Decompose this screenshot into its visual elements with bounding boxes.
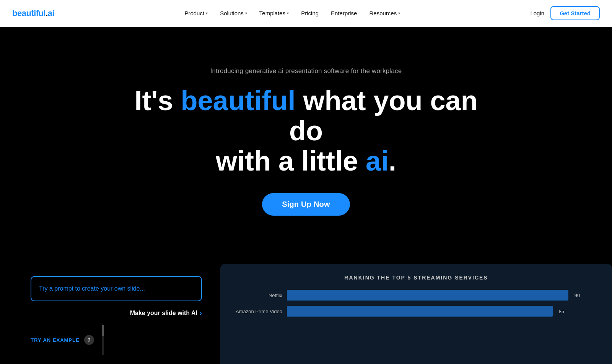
chart-row-amazon: Amazon Prime Video 85 bbox=[233, 306, 600, 317]
nav-label-product: Product bbox=[184, 10, 204, 16]
logo-text-before: beautiful bbox=[12, 8, 46, 18]
scrollbar-thumb bbox=[102, 325, 104, 336]
left-panel: Make your slide with AI › TRY AN EXAMPLE… bbox=[0, 264, 214, 364]
hero-title-period: . bbox=[389, 146, 396, 176]
hero-section: Introducing generative ai presentation s… bbox=[0, 27, 612, 264]
navbar: beautiful.ai Product ▾ Solutions ▾ Templ… bbox=[0, 0, 612, 27]
nav-label-templates: Templates bbox=[259, 10, 285, 16]
chart-bar-netflix: 90 bbox=[287, 290, 568, 301]
make-slide-row[interactable]: Make your slide with AI › bbox=[31, 309, 202, 317]
arrow-right-icon: › bbox=[200, 309, 202, 317]
hero-title-part1: It's bbox=[134, 85, 181, 116]
make-slide-label: Make your slide with AI bbox=[130, 310, 197, 317]
nav-label-pricing: Pricing bbox=[301, 10, 319, 16]
hero-title-part3: with a little bbox=[216, 146, 366, 176]
chevron-down-icon: ▾ bbox=[206, 11, 208, 15]
nav-label-solutions: Solutions bbox=[220, 10, 244, 16]
prompt-input[interactable] bbox=[31, 276, 202, 301]
bottom-section: Make your slide with AI › TRY AN EXAMPLE… bbox=[0, 264, 612, 364]
chevron-down-icon: ▾ bbox=[287, 11, 289, 15]
hero-title-blue1: beautiful bbox=[181, 85, 296, 116]
chevron-down-icon: ▾ bbox=[245, 11, 247, 15]
nav-item-enterprise[interactable]: Enterprise bbox=[326, 7, 362, 20]
chart-title: RANKING THE TOP 5 STREAMING SERVICES bbox=[233, 275, 600, 281]
chart-label-amazon: Amazon Prime Video bbox=[233, 309, 282, 314]
chart-value-netflix: 90 bbox=[569, 292, 580, 298]
logo-text-after: ai bbox=[48, 8, 54, 18]
get-started-button[interactable]: Get Started bbox=[550, 6, 600, 20]
chart-bar-amazon: 85 bbox=[287, 306, 553, 317]
login-link[interactable]: Login bbox=[530, 10, 544, 16]
chart-value-amazon: 85 bbox=[553, 309, 564, 314]
chart-bar-container-netflix: 90 bbox=[287, 290, 600, 301]
nav-item-solutions[interactable]: Solutions ▾ bbox=[215, 7, 252, 20]
chevron-down-icon: ▾ bbox=[398, 11, 400, 15]
scrollbar-track[interactable] bbox=[102, 325, 104, 355]
nav-label-enterprise: Enterprise bbox=[331, 10, 357, 16]
help-icon[interactable]: ? bbox=[84, 335, 94, 345]
hero-title-blue2: ai bbox=[366, 146, 389, 176]
hero-subtitle: Introducing generative ai presentation s… bbox=[210, 67, 402, 75]
chart-label-netflix: Netflix bbox=[233, 292, 282, 298]
nav-center: Product ▾ Solutions ▾ Templates ▾ Pricin… bbox=[179, 7, 405, 20]
logo[interactable]: beautiful.ai bbox=[12, 8, 54, 18]
nav-item-product[interactable]: Product ▾ bbox=[179, 7, 213, 20]
hero-title-part2: what you can do bbox=[289, 85, 478, 146]
nav-item-resources[interactable]: Resources ▾ bbox=[364, 7, 405, 20]
nav-label-resources: Resources bbox=[369, 10, 397, 16]
chart-row-netflix: Netflix 90 bbox=[233, 290, 600, 301]
try-example-link[interactable]: TRY AN EXAMPLE bbox=[31, 337, 80, 343]
nav-item-templates[interactable]: Templates ▾ bbox=[254, 7, 294, 20]
nav-right: Login Get Started bbox=[530, 6, 600, 20]
sign-up-button[interactable]: Sign Up Now bbox=[262, 193, 350, 216]
bottom-left-row: TRY AN EXAMPLE ? bbox=[31, 325, 202, 355]
chart-bar-container-amazon: 85 bbox=[287, 306, 600, 317]
right-panel: RANKING THE TOP 5 STREAMING SERVICES Net… bbox=[220, 264, 612, 364]
hero-title: It's beautiful what you can do with a li… bbox=[134, 86, 478, 177]
nav-item-pricing[interactable]: Pricing bbox=[296, 7, 324, 20]
